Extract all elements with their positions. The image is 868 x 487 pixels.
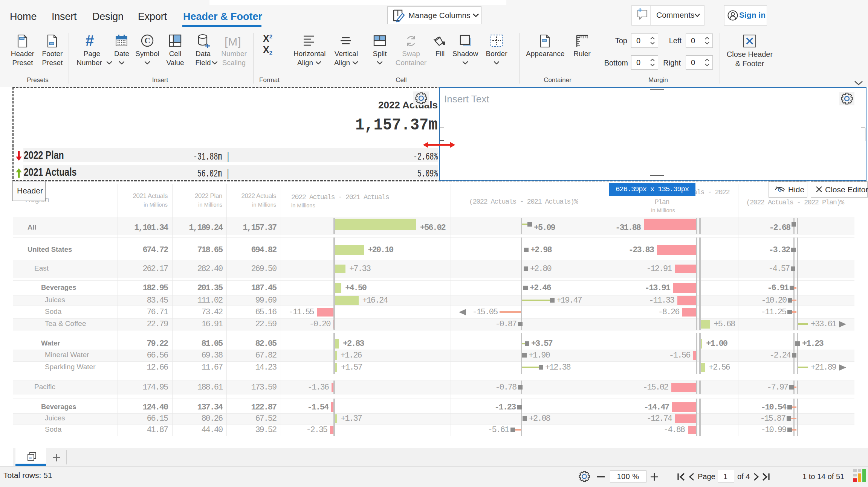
- svg-text:C: C: [144, 36, 150, 45]
